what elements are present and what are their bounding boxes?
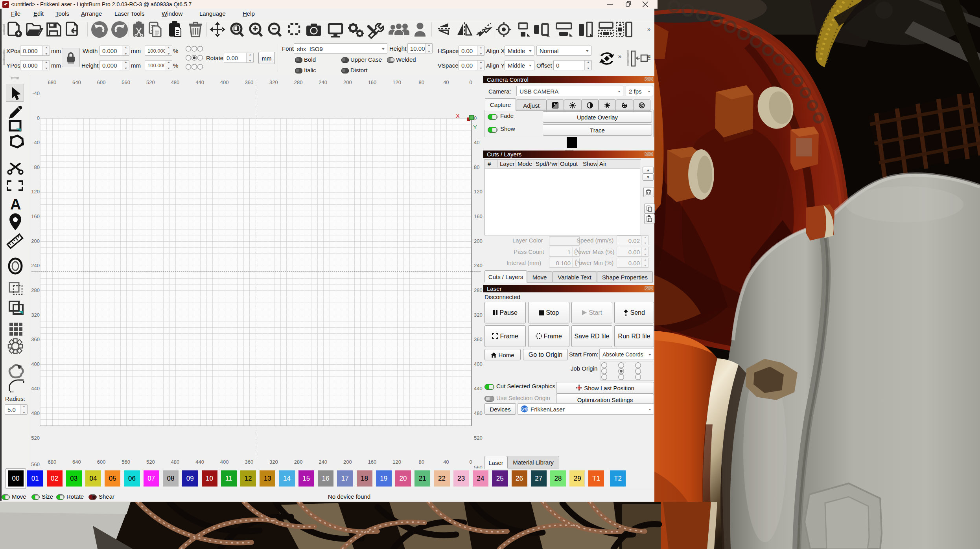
svg-text:RD: RD xyxy=(522,407,527,411)
svg-text:A: A xyxy=(10,196,21,213)
